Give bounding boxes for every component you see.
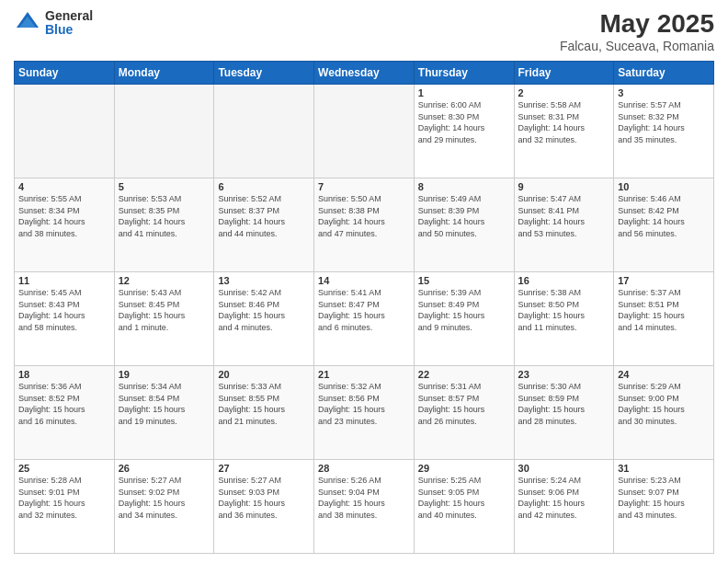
- calendar-cell: 8Sunrise: 5:49 AM Sunset: 8:39 PM Daylig…: [414, 178, 514, 272]
- calendar-week-4: 18Sunrise: 5:36 AM Sunset: 8:52 PM Dayli…: [15, 366, 714, 460]
- day-number: 7: [318, 181, 410, 192]
- calendar-week-5: 25Sunrise: 5:28 AM Sunset: 9:01 PM Dayli…: [15, 460, 714, 554]
- logo-text: General Blue: [45, 9, 93, 38]
- day-info: Sunrise: 5:43 AM Sunset: 8:45 PM Dayligh…: [119, 287, 210, 333]
- weekday-header-wednesday: Wednesday: [314, 62, 415, 85]
- calendar-cell: 23Sunrise: 5:30 AM Sunset: 8:59 PM Dayli…: [514, 366, 614, 460]
- calendar-cell: 27Sunrise: 5:27 AM Sunset: 9:03 PM Dayli…: [214, 460, 314, 554]
- day-number: 27: [218, 463, 310, 474]
- weekday-header-tuesday: Tuesday: [214, 62, 314, 85]
- day-info: Sunrise: 5:30 AM Sunset: 8:59 PM Dayligh…: [518, 381, 610, 427]
- day-number: 25: [18, 463, 110, 474]
- calendar-cell: 21Sunrise: 5:32 AM Sunset: 8:56 PM Dayli…: [314, 366, 415, 460]
- day-number: 28: [318, 463, 410, 474]
- calendar-cell: 5Sunrise: 5:53 AM Sunset: 8:35 PM Daylig…: [114, 178, 214, 272]
- logo-blue-text: Blue: [45, 23, 93, 37]
- day-info: Sunrise: 5:28 AM Sunset: 9:01 PM Dayligh…: [18, 475, 110, 521]
- day-info: Sunrise: 5:55 AM Sunset: 8:34 PM Dayligh…: [18, 193, 110, 239]
- calendar-cell: 3Sunrise: 5:57 AM Sunset: 8:32 PM Daylig…: [614, 85, 714, 178]
- weekday-header-friday: Friday: [514, 62, 614, 85]
- title-section: May 2025 Falcau, Suceava, Romania: [560, 9, 714, 53]
- day-info: Sunrise: 5:26 AM Sunset: 9:04 PM Dayligh…: [318, 475, 410, 521]
- day-info: Sunrise: 5:50 AM Sunset: 8:38 PM Dayligh…: [318, 193, 410, 239]
- weekday-header-thursday: Thursday: [414, 62, 514, 85]
- day-info: Sunrise: 5:53 AM Sunset: 8:35 PM Dayligh…: [119, 193, 210, 239]
- day-number: 1: [418, 87, 510, 98]
- day-number: 22: [418, 369, 510, 380]
- calendar-cell: 15Sunrise: 5:39 AM Sunset: 8:49 PM Dayli…: [414, 272, 514, 366]
- calendar-cell: 26Sunrise: 5:27 AM Sunset: 9:02 PM Dayli…: [114, 460, 214, 554]
- calendar-cell: 28Sunrise: 5:26 AM Sunset: 9:04 PM Dayli…: [314, 460, 415, 554]
- day-number: 30: [518, 463, 610, 474]
- day-info: Sunrise: 5:38 AM Sunset: 8:50 PM Dayligh…: [518, 287, 610, 333]
- calendar-cell: 19Sunrise: 5:34 AM Sunset: 8:54 PM Dayli…: [114, 366, 214, 460]
- weekday-header-sunday: Sunday: [15, 62, 115, 85]
- logo-general-text: General: [45, 9, 93, 23]
- calendar-cell: 7Sunrise: 5:50 AM Sunset: 8:38 PM Daylig…: [314, 178, 415, 272]
- calendar-cell: [114, 85, 214, 178]
- day-info: Sunrise: 5:46 AM Sunset: 8:42 PM Dayligh…: [618, 193, 710, 239]
- calendar-cell: 4Sunrise: 5:55 AM Sunset: 8:34 PM Daylig…: [15, 178, 115, 272]
- day-number: 10: [618, 181, 710, 192]
- day-number: 2: [518, 87, 610, 98]
- calendar-week-1: 1Sunrise: 6:00 AM Sunset: 8:30 PM Daylig…: [15, 85, 714, 178]
- calendar-week-2: 4Sunrise: 5:55 AM Sunset: 8:34 PM Daylig…: [15, 178, 714, 272]
- day-number: 3: [618, 87, 710, 98]
- day-info: Sunrise: 5:25 AM Sunset: 9:05 PM Dayligh…: [418, 475, 510, 521]
- day-info: Sunrise: 5:27 AM Sunset: 9:03 PM Dayligh…: [218, 475, 310, 521]
- day-number: 9: [518, 181, 610, 192]
- calendar-cell: 11Sunrise: 5:45 AM Sunset: 8:43 PM Dayli…: [15, 272, 115, 366]
- day-info: Sunrise: 6:00 AM Sunset: 8:30 PM Dayligh…: [418, 99, 510, 145]
- day-info: Sunrise: 5:32 AM Sunset: 8:56 PM Dayligh…: [318, 381, 410, 427]
- day-number: 4: [18, 181, 110, 192]
- day-number: 23: [518, 369, 610, 380]
- day-info: Sunrise: 5:27 AM Sunset: 9:02 PM Dayligh…: [119, 475, 210, 521]
- calendar-cell: 24Sunrise: 5:29 AM Sunset: 9:00 PM Dayli…: [614, 366, 714, 460]
- calendar-cell: 30Sunrise: 5:24 AM Sunset: 9:06 PM Dayli…: [514, 460, 614, 554]
- day-info: Sunrise: 5:31 AM Sunset: 8:57 PM Dayligh…: [418, 381, 510, 427]
- day-number: 21: [318, 369, 410, 380]
- calendar-table: SundayMondayTuesdayWednesdayThursdayFrid…: [14, 61, 714, 554]
- logo-icon: [14, 9, 41, 37]
- day-info: Sunrise: 5:24 AM Sunset: 9:06 PM Dayligh…: [518, 475, 610, 521]
- weekday-header-saturday: Saturday: [614, 62, 714, 85]
- logo: General Blue: [14, 9, 93, 38]
- day-info: Sunrise: 5:49 AM Sunset: 8:39 PM Dayligh…: [418, 193, 510, 239]
- day-number: 12: [119, 275, 210, 286]
- calendar-cell: 31Sunrise: 5:23 AM Sunset: 9:07 PM Dayli…: [614, 460, 714, 554]
- weekday-header-monday: Monday: [114, 62, 214, 85]
- calendar-cell: 14Sunrise: 5:41 AM Sunset: 8:47 PM Dayli…: [314, 272, 415, 366]
- day-number: 20: [218, 369, 310, 380]
- calendar-cell: 25Sunrise: 5:28 AM Sunset: 9:01 PM Dayli…: [15, 460, 115, 554]
- calendar-cell: 1Sunrise: 6:00 AM Sunset: 8:30 PM Daylig…: [414, 85, 514, 178]
- day-info: Sunrise: 5:23 AM Sunset: 9:07 PM Dayligh…: [618, 475, 710, 521]
- calendar-cell: 9Sunrise: 5:47 AM Sunset: 8:41 PM Daylig…: [514, 178, 614, 272]
- header: General Blue May 2025 Falcau, Suceava, R…: [14, 9, 714, 53]
- day-info: Sunrise: 5:41 AM Sunset: 8:47 PM Dayligh…: [318, 287, 410, 333]
- calendar-cell: 13Sunrise: 5:42 AM Sunset: 8:46 PM Dayli…: [214, 272, 314, 366]
- page: General Blue May 2025 Falcau, Suceava, R…: [0, 0, 728, 563]
- day-info: Sunrise: 5:29 AM Sunset: 9:00 PM Dayligh…: [618, 381, 710, 427]
- calendar-cell: 18Sunrise: 5:36 AM Sunset: 8:52 PM Dayli…: [15, 366, 115, 460]
- day-number: 15: [418, 275, 510, 286]
- calendar-cell: 2Sunrise: 5:58 AM Sunset: 8:31 PM Daylig…: [514, 85, 614, 178]
- weekday-header-row: SundayMondayTuesdayWednesdayThursdayFrid…: [15, 62, 714, 85]
- day-number: 5: [119, 181, 210, 192]
- day-info: Sunrise: 5:57 AM Sunset: 8:32 PM Dayligh…: [618, 99, 710, 145]
- day-number: 24: [618, 369, 710, 380]
- day-number: 18: [18, 369, 110, 380]
- calendar-cell: 16Sunrise: 5:38 AM Sunset: 8:50 PM Dayli…: [514, 272, 614, 366]
- calendar-week-3: 11Sunrise: 5:45 AM Sunset: 8:43 PM Dayli…: [15, 272, 714, 366]
- calendar-cell: [314, 85, 415, 178]
- day-number: 13: [218, 275, 310, 286]
- calendar-cell: 20Sunrise: 5:33 AM Sunset: 8:55 PM Dayli…: [214, 366, 314, 460]
- day-info: Sunrise: 5:36 AM Sunset: 8:52 PM Dayligh…: [18, 381, 110, 427]
- calendar-title: May 2025: [560, 9, 714, 39]
- day-number: 31: [618, 463, 710, 474]
- day-number: 11: [18, 275, 110, 286]
- day-number: 26: [119, 463, 210, 474]
- day-number: 14: [318, 275, 410, 286]
- day-number: 29: [418, 463, 510, 474]
- day-info: Sunrise: 5:34 AM Sunset: 8:54 PM Dayligh…: [119, 381, 210, 427]
- calendar-cell: [15, 85, 115, 178]
